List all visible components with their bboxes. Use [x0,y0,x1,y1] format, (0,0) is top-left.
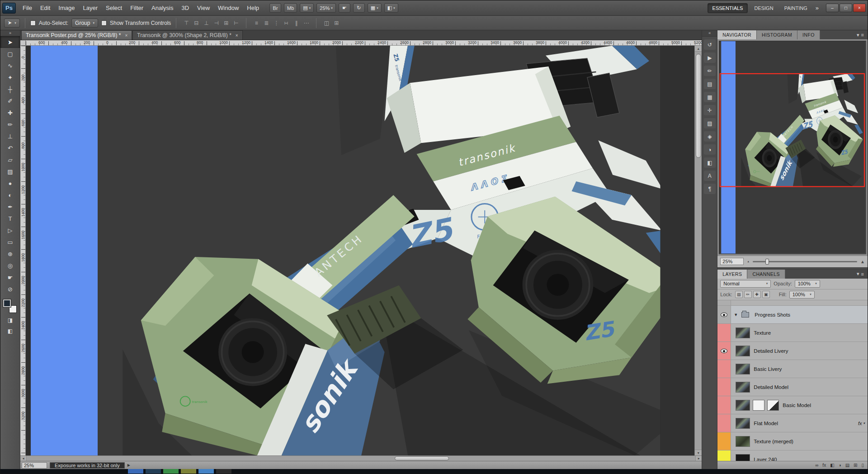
distribute-vertical-centers-icon[interactable]: ≣ [261,19,271,28]
auto-select-target-select[interactable]: Group ▾ [71,19,98,28]
layer-thumbnail[interactable] [736,436,750,447]
layer-row-graphics-branding[interactable]: ▼Graphics (Branding) [717,300,868,306]
auto-align-layers-icon[interactable]: ◫ [321,19,331,28]
horizontal-ruler[interactable]: 6004002000200400600800100012001400160018… [26,40,702,46]
workspace-overflow-button[interactable]: » [812,5,822,11]
distribute-top-edges-icon[interactable]: ≡ [251,19,261,28]
taskbar-app-block[interactable] [146,469,161,474]
dodge-tool[interactable]: ◐ [0,189,20,201]
status-zoom-input[interactable]: 25% [22,462,47,469]
3d-camera-tool[interactable]: ◎ [0,260,20,271]
blend-mode-select[interactable]: Normal ▾ [720,280,771,288]
healing-brush-tool[interactable]: ✚ [0,107,20,118]
actions-panel-icon[interactable]: ▶ [704,52,716,63]
bridge-button[interactable]: Br [269,3,281,13]
blur-tool[interactable]: ● [0,177,20,189]
history-panel-icon[interactable]: ↺ [704,39,716,50]
layer-row-texture-merged[interactable]: Texture (merged) [717,432,868,450]
show-transform-checkbox[interactable] [101,20,107,26]
panel-tab-histogram[interactable]: HISTOGRAM [757,30,797,39]
align-right-edges-icon[interactable]: ⊢ [231,19,241,28]
distribute-right-edges-icon[interactable]: ⋯ [301,19,311,28]
visibility-toggle[interactable] [717,342,731,360]
minimize-button[interactable]: – [826,4,839,12]
taskbar-app-block[interactable] [128,469,143,474]
toolbar-collapse-button[interactable]: » [0,30,20,36]
new-layer-icon[interactable]: ⊞ [854,463,857,468]
rotate-view-button[interactable]: ↻ [353,3,365,13]
layer-effects-badge[interactable]: fx▾ [858,421,865,426]
tool-preset-picker[interactable]: ➤ ▾ [4,19,20,28]
layer-row-basic-livery[interactable]: Basic Livery [717,360,868,378]
eyedropper-tool[interactable]: ✐ [0,95,20,107]
lock-position-icon[interactable]: ✚ [753,291,761,298]
distribute-horizontal-centers-icon[interactable]: ∥ [291,19,301,28]
horizontal-scroll-thumb[interactable] [395,456,449,460]
auto-blend-layers-icon[interactable]: ⊞ [331,19,341,28]
clone-stamp-tool[interactable]: ⊥ [0,130,20,142]
zoom-tool[interactable]: ⊘ [0,283,20,295]
visibility-toggle[interactable] [717,450,731,461]
gradient-tool[interactable]: ▨ [0,166,20,177]
zoom-in-mountain-icon[interactable]: ▲ [860,259,865,264]
auto-select-checkbox[interactable] [30,20,36,26]
panel-menu-button[interactable]: ▾≡ [853,270,868,279]
distribute-bottom-edges-icon[interactable]: ⋮ [271,19,281,28]
navigator-zoom-slider[interactable] [753,261,857,262]
layer-thumbnail[interactable] [736,454,750,461]
vector-mask-thumbnail[interactable] [767,400,779,411]
visibility-toggle[interactable] [717,378,731,396]
brush-panel-icon[interactable]: ✏ [704,66,716,76]
menu-3d[interactable]: 3D [177,3,193,14]
layer-thumbnail[interactable] [736,364,750,374]
dock-collapse-button[interactable]: « [702,30,717,37]
layer-comps-panel-icon[interactable]: ▦ [704,92,716,102]
menu-view[interactable]: View [193,3,214,14]
navigator-zoom-thumb[interactable] [765,259,769,265]
layer-mask-thumbnail[interactable] [753,400,764,411]
layer-thumbnail[interactable] [736,400,750,411]
layer-row-detailed-model[interactable]: Detailed Model [717,378,868,396]
pen-tool[interactable]: ✒ [0,201,20,213]
scroll-left-arrow[interactable]: ◂ [20,456,27,461]
ruler-origin[interactable] [20,40,26,46]
paragraph-panel-icon[interactable]: ¶ [704,184,716,194]
layer-row-basic-model[interactable]: Basic Model [717,396,868,414]
close-button[interactable]: × [853,4,866,12]
menu-window[interactable]: Window [214,3,243,14]
visibility-toggle[interactable] [717,414,731,432]
lock-transparency-icon[interactable]: ▨ [735,291,743,298]
scroll-down-arrow[interactable]: ▾ [695,450,702,455]
distribute-left-edges-icon[interactable]: ∺ [281,19,291,28]
hand-tool[interactable]: ☛ [0,271,20,283]
vertical-scroll-thumb[interactable] [696,54,701,158]
vertical-scrollbar[interactable]: ▴ ▾ [694,46,702,455]
styles-panel-icon[interactable]: ◈ [704,131,716,142]
add-layer-mask-icon[interactable]: ◧ [830,463,834,468]
document-canvas[interactable]: Z5 transonik [26,46,694,455]
align-horizontal-centers-icon[interactable]: ⊞ [221,19,231,28]
status-menu-arrow[interactable]: ▶ [127,463,130,467]
navigator-preview[interactable] [717,39,868,256]
layer-effects-icon[interactable]: fx [822,463,826,468]
menu-edit[interactable]: Edit [36,3,54,14]
menu-analysis[interactable]: Analysis [147,3,177,14]
menu-file[interactable]: File [19,3,36,14]
align-bottom-edges-icon[interactable]: ⊥ [201,19,211,28]
zoom-level-select[interactable]: 25% ▾ [316,3,336,13]
menu-filter[interactable]: Filter [126,3,147,14]
layer-row-flat-model[interactable]: Flat Modelfx▾ [717,414,868,432]
close-tab-icon[interactable]: × [125,33,127,38]
screen-mode-toggle[interactable]: ◧ [0,326,20,337]
menu-layer[interactable]: Layer [79,3,102,14]
visibility-toggle[interactable] [717,396,731,414]
align-left-edges-icon[interactable]: ⊣ [211,19,221,28]
history-brush-tool[interactable]: ↶ [0,142,20,154]
link-layers-icon[interactable]: ∞ [815,463,818,468]
zoom-out-mountain-icon[interactable]: ▲ [747,260,750,263]
lock-pixels-icon[interactable]: ✏ [744,291,752,298]
taskbar-app-block[interactable] [163,469,179,474]
layer-row-detailed-livery[interactable]: Detailed Livery [717,342,868,360]
document-tab[interactable]: Transonik Poster.psd @ 25% (RGB/8) *× [21,30,132,40]
masks-panel-icon[interactable]: ◧ [704,157,716,168]
